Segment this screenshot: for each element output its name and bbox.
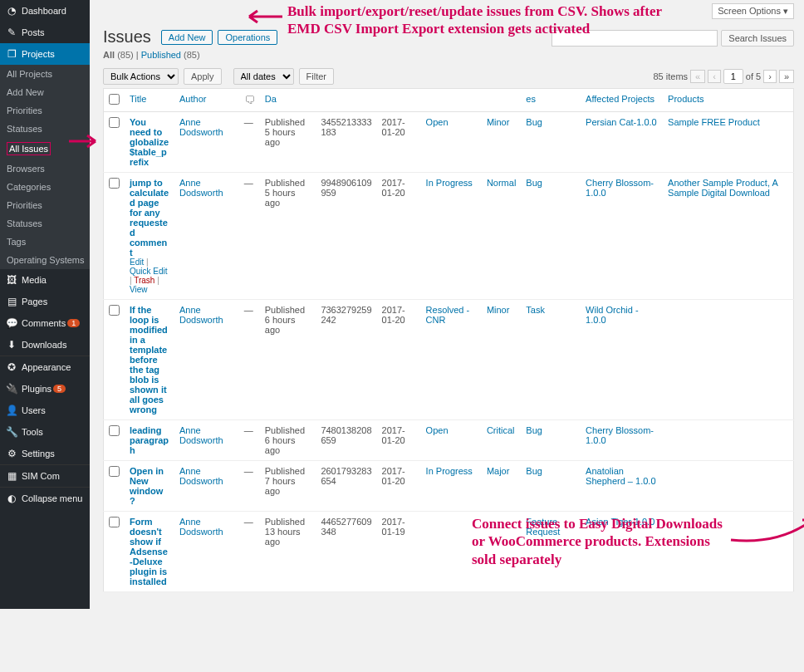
pager-prev[interactable]: ‹ bbox=[708, 70, 721, 83]
project-link[interactable]: Anatolian Shepherd – 1.0.0 bbox=[586, 466, 655, 486]
project-link[interactable]: Cherry Blossom-1.0.0 bbox=[586, 425, 654, 445]
author-link[interactable]: Anne Dodsworth bbox=[179, 305, 223, 325]
col-id[interactable] bbox=[316, 89, 376, 112]
author-link[interactable]: Anne Dodsworth bbox=[179, 517, 223, 537]
type-link[interactable]: Bug bbox=[526, 178, 542, 188]
submenu-browsers[interactable]: Browsers bbox=[0, 159, 90, 178]
product-link[interactable]: Another Sample Product, A Sample Digital… bbox=[668, 178, 777, 198]
issue-title-link[interactable]: If the loop is modified in a template be… bbox=[130, 305, 168, 414]
row-action-edit[interactable]: Edit bbox=[130, 258, 144, 267]
col-author[interactable]: Author bbox=[174, 89, 239, 112]
project-link[interactable]: Asian Tiger-1.0.0 bbox=[586, 517, 654, 527]
priority-link[interactable]: Minor bbox=[487, 305, 510, 315]
type-link[interactable]: Bug bbox=[526, 425, 542, 435]
bulk-actions-select[interactable]: Bulk Actions bbox=[103, 68, 179, 85]
author-link[interactable]: Anne Dodsworth bbox=[179, 117, 223, 137]
select-all-checkbox[interactable] bbox=[109, 94, 120, 105]
author-link[interactable]: Anne Dodsworth bbox=[179, 425, 223, 445]
status-link[interactable]: Open bbox=[426, 117, 449, 127]
comments-cell: — bbox=[239, 173, 260, 300]
filter-all[interactable]: All bbox=[103, 50, 115, 60]
col-type[interactable]: es bbox=[521, 89, 581, 112]
col-date[interactable]: Da bbox=[260, 89, 316, 112]
screen-options-button[interactable]: Screen Options ▾ bbox=[712, 3, 794, 19]
menu-dashboard[interactable]: ◔ Dashboard bbox=[0, 0, 90, 22]
row-checkbox[interactable] bbox=[109, 466, 120, 477]
row-action-trash[interactable]: Trash bbox=[134, 276, 154, 285]
submenu-statuses-2[interactable]: Statuses bbox=[0, 214, 90, 233]
priority-link[interactable]: Normal bbox=[487, 178, 516, 188]
type-link[interactable]: Task bbox=[526, 305, 545, 315]
pager-next[interactable]: › bbox=[763, 70, 777, 83]
menu-projects[interactable]: ❐ Projects bbox=[0, 43, 90, 65]
priority-link[interactable]: Critical bbox=[487, 425, 515, 435]
type-link[interactable]: Feature Request bbox=[526, 517, 560, 537]
submenu-categories[interactable]: Categories bbox=[0, 178, 90, 196]
project-link[interactable]: Persian Cat-1.0.0 bbox=[586, 117, 657, 127]
col-priority[interactable] bbox=[482, 89, 521, 112]
issue-title-link[interactable]: Form doesn't show if Adsense-Deluxe plug… bbox=[130, 517, 168, 586]
search-input[interactable] bbox=[552, 30, 718, 47]
row-checkbox[interactable] bbox=[109, 517, 120, 527]
apply-button[interactable]: Apply bbox=[184, 68, 222, 85]
filter-button[interactable]: Filter bbox=[299, 68, 334, 85]
col-products[interactable]: Products bbox=[663, 89, 793, 112]
menu-tools[interactable]: 🔧 Tools bbox=[0, 421, 90, 443]
submenu-os[interactable]: Operating Systems bbox=[0, 251, 90, 269]
status-link[interactable]: Resolved - CNR bbox=[426, 305, 470, 325]
project-link[interactable]: Wild Orchid - 1.0.0 bbox=[586, 305, 639, 325]
type-link[interactable]: Bug bbox=[526, 466, 542, 476]
priority-link[interactable]: Major bbox=[487, 466, 510, 476]
issue-title-link[interactable]: jump to calculated page for any requeste… bbox=[130, 178, 169, 258]
menu-collapse[interactable]: ◐ Collapse menu bbox=[0, 487, 90, 509]
pager-current[interactable] bbox=[723, 69, 743, 84]
pager-last[interactable]: » bbox=[779, 70, 794, 83]
priority-link[interactable]: Minor bbox=[487, 117, 510, 127]
product-link[interactable]: Sample FREE Product bbox=[668, 117, 760, 127]
col-dd[interactable] bbox=[377, 89, 421, 112]
menu-downloads[interactable]: ⬇ Downloads bbox=[0, 334, 90, 356]
status-link[interactable]: In Progress bbox=[426, 178, 473, 188]
row-checkbox[interactable] bbox=[109, 117, 120, 128]
submenu-priorities-2[interactable]: Priorities bbox=[0, 196, 90, 214]
menu-posts[interactable]: ✎ Posts bbox=[0, 22, 90, 43]
add-new-button[interactable]: Add New bbox=[161, 30, 213, 45]
row-checkbox[interactable] bbox=[109, 425, 120, 436]
submenu-add-new[interactable]: Add New bbox=[0, 83, 90, 101]
operations-button[interactable]: Operations bbox=[218, 30, 277, 45]
submenu-all-projects[interactable]: All Projects bbox=[0, 65, 90, 83]
submenu-statuses[interactable]: Statuses bbox=[0, 120, 90, 138]
status-link[interactable]: In Progress bbox=[426, 466, 473, 476]
menu-plugins[interactable]: 🔌 Plugins 5 bbox=[0, 378, 90, 400]
submenu-tags[interactable]: Tags bbox=[0, 233, 90, 251]
row-checkbox[interactable] bbox=[109, 305, 120, 316]
menu-media[interactable]: 🖾 Media bbox=[0, 269, 90, 291]
menu-users[interactable]: 👤 Users bbox=[0, 400, 90, 421]
author-link[interactable]: Anne Dodsworth bbox=[179, 178, 223, 198]
submenu-priorities[interactable]: Priorities bbox=[0, 101, 90, 120]
menu-comments[interactable]: 💬 Comments 1 bbox=[0, 312, 90, 334]
issue-title-link[interactable]: leading paragraph bbox=[130, 425, 169, 455]
issue-title-link[interactable]: You need to globalize $table_prefix bbox=[130, 117, 169, 167]
col-projects[interactable]: Affected Projects bbox=[581, 89, 663, 112]
row-checkbox[interactable] bbox=[109, 178, 120, 189]
col-comments[interactable]: 🗨 bbox=[239, 89, 260, 112]
project-link[interactable]: Cherry Blossom-1.0.0 bbox=[586, 178, 654, 198]
author-link[interactable]: Anne Dodsworth bbox=[179, 466, 223, 486]
type-link[interactable]: Bug bbox=[526, 117, 542, 127]
issue-title-link[interactable]: Open in New window ? bbox=[130, 466, 164, 506]
menu-simcom[interactable]: ▦ SIM Com bbox=[0, 464, 90, 487]
menu-appearance[interactable]: ✪ Appearance bbox=[0, 356, 90, 378]
pager-first[interactable]: « bbox=[690, 70, 705, 83]
col-status[interactable] bbox=[421, 89, 482, 112]
status-link[interactable]: Open bbox=[426, 425, 449, 435]
search-button[interactable]: Search Issues bbox=[721, 30, 794, 47]
row-action-quick-edit[interactable]: Quick Edit bbox=[130, 267, 168, 276]
submenu-all-issues[interactable]: All Issues bbox=[0, 138, 90, 159]
date-filter-select[interactable]: All dates bbox=[233, 68, 294, 85]
menu-settings[interactable]: ⚙ Settings bbox=[0, 443, 90, 464]
col-title[interactable]: Title bbox=[125, 89, 174, 112]
filter-published[interactable]: Published bbox=[141, 50, 181, 60]
menu-pages[interactable]: ▤ Pages bbox=[0, 291, 90, 312]
row-action-view[interactable]: View bbox=[130, 285, 148, 294]
